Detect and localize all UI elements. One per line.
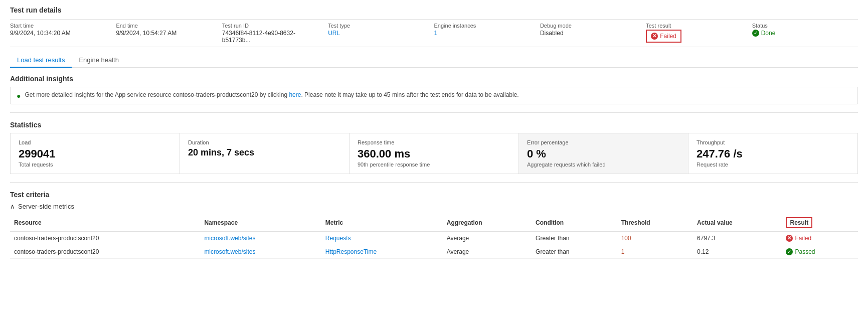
criteria-title: Test criteria [10,191,858,199]
stat-sub-response-time: 90th percentile response time [358,162,510,168]
meta-label-end-time: End time [116,23,217,29]
meta-label-start-time: Start time [10,23,111,29]
table-row: contoso-traders-productscont20 microsoft… [10,232,858,245]
stat-label-throughput: Throughput [697,139,849,145]
page-container: Test run details Start time 9/9/2024, 10… [0,0,868,265]
insights-text: Get more detailed insights for the App s… [25,91,518,98]
meta-value-test-type[interactable]: URL [328,30,429,37]
th-result: Result [782,214,858,232]
insights-box: ● Get more detailed insights for the App… [10,87,858,104]
meta-label-engine-instances: Engine instances [434,23,535,29]
meta-label-test-result: Test result [646,23,747,29]
td-namespace-2[interactable]: microsoft.web/sites [200,245,321,259]
criteria-thead: Resource Namespace Metric Aggregation Co… [10,214,858,232]
stats-cards: Load 299041 Total requests Duration 20 m… [10,133,858,174]
toggle-chevron-icon: ∧ [10,203,15,210]
stat-value-throughput: 247.76 /s [697,147,849,160]
td-condition-1: Greater than [532,232,617,245]
failed-icon-1: ✕ [786,235,793,242]
stat-value-duration: 20 mins, 7 secs [188,147,341,158]
td-result-2: ✓ Passed [782,245,858,259]
insights-link[interactable]: here [289,91,301,98]
insights-icon: ● [17,92,21,100]
stat-card-load: Load 299041 Total requests [11,133,180,174]
table-row: contoso-traders-productscont20 microsoft… [10,245,858,259]
tab-engine-health[interactable]: Engine health [72,53,126,68]
server-side-toggle[interactable]: ∧ Server-side metrics [10,203,858,210]
result-text-2: Passed [795,248,815,255]
stat-value-response-time: 360.00 ms [358,147,510,160]
meta-col-test-type: Test type URL [328,20,434,47]
divider-2 [10,182,858,183]
criteria-tbody: contoso-traders-productscont20 microsoft… [10,232,858,259]
td-actual-2: 0.12 [693,245,782,259]
done-icon: ✓ [752,30,759,37]
insights-text-before: Get more detailed insights for the App s… [25,91,289,98]
meta-value-debug-mode: Disabled [540,30,641,37]
tab-load-test-results[interactable]: Load test results [10,53,72,68]
th-aggregation: Aggregation [443,214,532,232]
td-aggregation-1: Average [443,232,532,245]
stat-label-load: Load [19,139,171,145]
th-namespace: Namespace [200,214,321,232]
stat-sub-load: Total requests [19,162,171,168]
stat-value-load: 299041 [19,147,171,160]
result-text-1: Failed [795,235,811,242]
stat-card-duration: Duration 20 mins, 7 secs [180,133,350,174]
meta-label-debug-mode: Debug mode [540,23,641,29]
td-namespace-1[interactable]: microsoft.web/sites [200,232,321,245]
stat-label-response-time: Response time [358,139,510,145]
insights-text-after: . Please note it may take up to 45 mins … [301,91,518,98]
meta-col-end-time: End time 9/9/2024, 10:54:27 AM [116,20,222,47]
stat-card-error-pct: Error percentage 0 % Aggregate requests … [519,133,688,174]
td-result-1: ✕ Failed [782,232,858,245]
stat-sub-error-pct: Aggregate requests which failed [527,162,680,168]
page-title: Test run details [10,6,858,14]
meta-col-status: Status ✓ Done [752,20,858,47]
td-resource-1: contoso-traders-productscont20 [10,232,200,245]
td-aggregation-2: Average [443,245,532,259]
stat-label-error-pct: Error percentage [527,139,680,145]
meta-value-end-time: 9/9/2024, 10:54:27 AM [116,30,217,37]
test-run-header: Test run details Start time 9/9/2024, 10… [10,6,858,47]
test-result-text: Failed [660,33,676,40]
meta-value-engine-instances[interactable]: 1 [434,30,535,37]
th-actual-value: Actual value [693,214,782,232]
result-th-box: Result [786,217,812,228]
criteria-table: Resource Namespace Metric Aggregation Co… [10,214,858,259]
statistics-section: Statistics Load 299041 Total requests Du… [10,121,858,174]
td-resource-2: contoso-traders-productscont20 [10,245,200,259]
meta-label-test-type: Test type [328,23,429,29]
meta-value-status: ✓ Done [752,30,853,37]
th-condition: Condition [532,214,617,232]
meta-value-start-time: 9/9/2024, 10:34:20 AM [10,30,111,37]
insights-title: Additional insights [10,75,858,83]
test-result-value: ✕ Failed [646,30,681,43]
meta-value-test-run-id: 74346f84-8112-4e90-8632-b51773b... [222,30,323,44]
td-metric-1[interactable]: Requests [321,232,443,245]
td-actual-1: 6797.3 [693,232,782,245]
td-threshold-1: 100 [617,232,693,245]
stat-value-error-pct: 0 % [527,147,680,160]
th-threshold: Threshold [617,214,693,232]
insights-section: Additional insights ● Get more detailed … [10,75,858,104]
td-condition-2: Greater than [532,245,617,259]
th-metric: Metric [321,214,443,232]
statistics-title: Statistics [10,121,858,129]
failed-icon: ✕ [651,33,658,40]
criteria-header-row: Resource Namespace Metric Aggregation Co… [10,214,858,232]
stat-label-duration: Duration [188,139,341,145]
stat-sub-throughput: Request rate [697,162,849,168]
stat-card-throughput: Throughput 247.76 /s Request rate [688,133,857,174]
result-failed-1: ✕ Failed [786,235,854,242]
criteria-section: Test criteria ∧ Server-side metrics Reso… [10,191,858,259]
result-passed-2: ✓ Passed [786,248,854,255]
status-text: Done [761,30,776,37]
meta-col-start-time: Start time 9/9/2024, 10:34:20 AM [10,20,116,47]
meta-col-test-result: Test result ✕ Failed [646,20,752,47]
meta-label-test-run-id: Test run ID [222,23,323,29]
meta-col-test-run-id: Test run ID 74346f84-8112-4e90-8632-b517… [222,20,328,47]
td-metric-2[interactable]: HttpResponseTime [321,245,443,259]
passed-icon-2: ✓ [786,248,793,255]
tabs-container: Load test results Engine health [10,53,858,68]
